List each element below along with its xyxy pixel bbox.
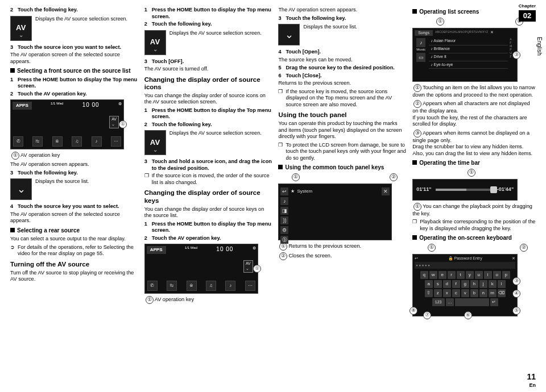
av-tile-icon: AV⌄ (144, 130, 166, 155)
column-2: 1Press the HOME button to display the To… (144, 6, 273, 319)
step: 2Touch the following key. (10, 7, 139, 14)
marker-3: ③ (512, 51, 520, 59)
side-language: English (536, 37, 543, 56)
xref: ➲For details of the operations, refer to… (10, 244, 139, 257)
step: 1Press the HOME button to display the To… (10, 77, 139, 90)
heading-order-icons: Changing the display order of source ico… (144, 76, 273, 91)
keyboard-key: o (493, 271, 501, 279)
screenshot-common-keys: ↩★System✕ ♪ ◨ )) ⚙ ⓑ (278, 184, 392, 240)
keyboard-key: z (434, 289, 442, 297)
caption: ②Closes the screen. (278, 252, 407, 260)
step: 2Touch the AV operation key. (10, 91, 139, 98)
keyboard-key: g (461, 280, 469, 288)
keyboard-key: n (479, 289, 487, 297)
step: 3Touch the following key. (10, 170, 139, 177)
step: 1Press the HOME button to display the To… (144, 107, 273, 120)
keyboard-key: m (489, 289, 497, 297)
markers: ① (412, 169, 536, 177)
heading-turnoff: Turning off the AV source (10, 261, 139, 268)
heading-list-screens: Operating list screens (412, 9, 536, 16)
keyboard-key: i (484, 271, 492, 279)
note: ❐To protect the LCD screen from damage, … (278, 142, 407, 162)
key-row-1: qwertyuiop (415, 271, 515, 279)
caption: ③Appears when items cannot be displayed … (412, 130, 536, 157)
keyboard-key: k (489, 280, 497, 288)
source-list-icon: ⌄ (10, 178, 32, 200)
src-callout: ⌄ Displays the source list. (278, 24, 407, 45)
body-text: Turn off the AV source to stop playing o… (10, 270, 139, 283)
keyboard-key: e (439, 271, 446, 279)
marker-1: ① (253, 265, 261, 273)
keyboard-key: y (466, 271, 474, 279)
key-row-3: ⇧zxcvbnm⌫ (415, 289, 515, 297)
heading-common-keys: Using the common touch panel keys (278, 164, 407, 172)
keyboard-key: l (498, 280, 506, 288)
markers: ① ② (412, 18, 536, 26)
av-callout: AV⌄ Displays the AV source selection scr… (10, 16, 139, 41)
keyboard-key: … (446, 298, 454, 306)
note-text: The source keys can be moved. (278, 57, 407, 64)
keyboard-key: s (434, 280, 442, 288)
note-text: The AV source is turned off. (144, 66, 273, 73)
caption: ①Returns to the previous screen. (278, 243, 407, 251)
key-row-2: asdfghjkl (415, 280, 515, 288)
step: 3Touch and hold a source icon, and drag … (144, 159, 273, 172)
caption: ①Touching an item on the list allows you… (412, 84, 536, 99)
marker-1: ① (119, 120, 127, 128)
screenshot-keyboard: ↩🔒 Password Entry✕ ● ● ● ● ● qwertyuiop … (412, 254, 518, 316)
keyboard-key: d (443, 280, 451, 288)
body-text: You can change the display order of sour… (144, 206, 273, 219)
av-tile-icon: AV⌄ (144, 30, 166, 55)
keyboard-key: ⌫ (498, 289, 506, 297)
keyboard-key: a (425, 280, 433, 288)
keyboard-key: q (420, 271, 428, 279)
step: 2Touch the following key. (144, 21, 273, 28)
note-text: The AV operation screen appears. (10, 161, 139, 168)
keyboard-key: f (452, 280, 460, 288)
av-callout: AV⌄ Displays the AV source selection scr… (144, 130, 273, 155)
note: ❐If the source icon is moved, the order … (144, 173, 273, 186)
screenshot-timebar: 01'11" -01'44" (412, 179, 518, 201)
keyboard-key: j (479, 280, 487, 288)
step: 3Touch [OFF]. (144, 59, 273, 65)
keyboard-key: b (470, 289, 478, 297)
caption: ①AV operation key (10, 152, 139, 160)
keyboard-key: h (470, 280, 478, 288)
av-tile-icon: AV⌄ (10, 16, 32, 41)
heading-time-bar: Operating the time bar (412, 160, 536, 167)
heading-front-source: Selecting a front source on the source l… (10, 68, 139, 75)
step: 2Touch the following key. (144, 122, 273, 128)
step: 1Press the HOME button to display the To… (144, 221, 273, 234)
step: 3Touch the following key. (278, 15, 407, 22)
body-text: You can operate this product by touching… (278, 120, 407, 140)
screenshot-apps-2: APPS 1/1 Wed 10 00 ⚙ AV⌄ ✆㎐※♫♪⋯ ① (144, 244, 258, 294)
step: 4Touch the source key you want to select… (10, 203, 139, 210)
note-text: The AV operation screen of the selected … (10, 52, 139, 65)
keyboard-key: ⇧ (425, 289, 433, 297)
body-text: You can change the display order of sour… (144, 93, 273, 106)
screenshot-songs: SongsABCDEFGHIJKLMNOPQRSTUVWXYZ✕ ♪Music▭… (412, 28, 518, 82)
keyboard-key: p (502, 271, 510, 279)
markers: ① ② (278, 173, 407, 181)
note-text: Returns to the previous screen. (278, 80, 407, 87)
keyboard-key: 123 (432, 298, 445, 306)
keyboard-key: c (452, 289, 460, 297)
column-1: 2Touch the following key. AV⌄ Displays t… (10, 6, 139, 319)
caption: ①You can change the playback point by dr… (412, 203, 536, 218)
column-3: The AV operation screen appears. 3Touch … (278, 6, 407, 319)
step: 1Press the HOME button to display the To… (144, 7, 273, 20)
keyboard-key: u (475, 271, 483, 279)
keyboard-key: w (429, 271, 437, 279)
caption: ②Appears when all characters are not dis… (412, 100, 536, 128)
source-list-icon: ⌄ (278, 24, 300, 45)
src-callout: ⌄ Displays the source list. (10, 178, 139, 200)
note-text: The AV operation screen appears. (278, 7, 407, 14)
keyboard-key (455, 298, 489, 306)
av-callout: AV⌄ Displays the AV source selection scr… (144, 30, 273, 55)
screenshot-apps: APPS 1/1 Wed 10 00 ⚙ AV⌄ ✆㎐※♫♪⋯ ① (10, 99, 124, 149)
note: ❐If the source key is moved, the source … (278, 89, 407, 109)
step: 5Drag the source key to the desired posi… (278, 65, 407, 72)
body-text: You can select a source output to the re… (10, 236, 139, 243)
key-row-4: 123… ↵ (415, 298, 515, 306)
keyboard-key: r (448, 271, 456, 279)
